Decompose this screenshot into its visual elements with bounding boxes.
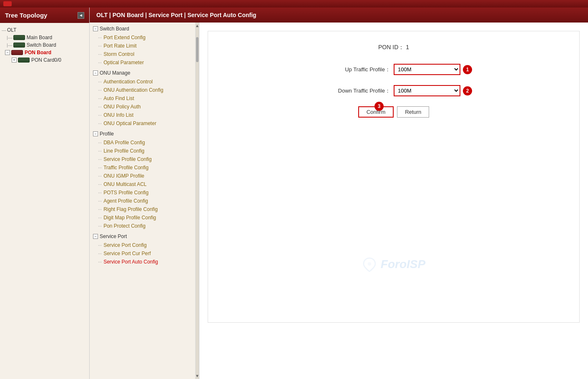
nav-label-pon-protect: Pon Protect Config (103, 223, 146, 229)
nav-label-service-port-config: Service Port Config (103, 242, 146, 248)
nav-section-switch-board-header[interactable]: − Switch Board (90, 24, 195, 33)
nav-connector: ··· (98, 259, 102, 264)
sidebar: Tree Topology ◄ — OLT |— Main Board |— S… (0, 8, 90, 379)
onu-manage-nav-label: ONU Manage (100, 70, 130, 76)
nav-item-pots-profile[interactable]: ··· POTS Profile Config (90, 188, 195, 197)
nav-item-service-port-cur-perf[interactable]: ··· Service Port Cur Perf (90, 249, 195, 258)
nav-item-onu-optical-param[interactable]: ··· ONU Optical Parameter (90, 119, 195, 128)
up-traffic-select[interactable]: 100M 200M 500M 1G Default (394, 64, 460, 75)
watermark-text: ForoISP (381, 258, 425, 271)
nav-connector: ··· (98, 207, 102, 212)
nav-item-auth-control[interactable]: ··· Authentication Control (90, 78, 195, 86)
nav-label-optical-parameter: Optical Parameter (103, 60, 144, 65)
nav-label-dba-profile: DBA Profile Config (103, 140, 145, 146)
nav-item-line-profile[interactable]: ··· Line Profile Config (90, 147, 195, 155)
nav-label-agent-profile: Agent Profile Config (103, 198, 148, 204)
form-container: PON ID： 1 Up Traffic Profile： 100M 200M … (208, 31, 580, 323)
nav-label-auto-find-list: Auto Find List (103, 95, 134, 101)
pon-card-icon (18, 58, 30, 63)
pon-id-value: 1 (406, 44, 409, 50)
nav-item-agent-profile[interactable]: ··· Agent Profile Config (90, 197, 195, 205)
nav-item-storm-control[interactable]: ··· Storm Control (90, 50, 195, 58)
scroll-up-arrow[interactable]: ▲ (195, 23, 199, 29)
olt-label: OLT (7, 27, 16, 33)
expand-pon-card[interactable]: + (12, 58, 17, 63)
tree-item-switch-board[interactable]: |— Switch Board (2, 41, 88, 49)
expand-profile[interactable]: − (93, 131, 98, 136)
nav-section-onu-manage-header[interactable]: − ONU Manage (90, 68, 195, 78)
nav-item-pon-protect[interactable]: ··· Pon Protect Config (90, 222, 195, 230)
collapse-button[interactable]: ◄ (78, 12, 84, 19)
switch-board-nav-label: Switch Board (100, 26, 129, 32)
nav-label-line-profile: Line Profile Config (103, 148, 144, 154)
nav-item-optical-parameter[interactable]: ··· Optical Parameter (90, 58, 195, 67)
nav-connector: ··· (98, 215, 102, 220)
switch-board-label: Switch Board (27, 42, 56, 48)
nav-connector: ··· (98, 52, 102, 57)
nav-item-digit-map[interactable]: ··· Digit Map Profile Config (90, 213, 195, 222)
nav-item-onu-policy-auth[interactable]: ··· ONU Policy Auth (90, 103, 195, 111)
expand-switch-board[interactable]: − (93, 26, 98, 31)
return-button[interactable]: Return (397, 106, 429, 118)
main-form: PON ID： 1 Up Traffic Profile： 100M 200M … (199, 23, 588, 379)
nav-label-onu-policy-auth: ONU Policy Auth (103, 104, 141, 110)
pon-board-label: PON Board (25, 50, 51, 55)
sidebar-header: Tree Topology ◄ (0, 8, 89, 23)
top-bar (0, 0, 588, 8)
nav-label-port-rate-limit: Port Rate Limit (103, 43, 136, 49)
nav-item-service-port-auto-config[interactable]: ··· Service Port Auto Config (90, 258, 195, 266)
service-port-nav-label: Service Port (100, 233, 127, 239)
nav-label-service-port-auto-config: Service Port Auto Config (103, 259, 158, 265)
watermark-icon (362, 257, 377, 272)
tree-item-pon-board[interactable]: − PON Board (2, 49, 88, 56)
nav-item-onu-info-list[interactable]: ··· ONU Info List (90, 111, 195, 119)
nav-item-port-extend-config[interactable]: ··· Port Extend Config (90, 33, 195, 42)
profile-nav-label: Profile (100, 131, 114, 137)
nav-item-service-profile[interactable]: ··· Service Profile Config (90, 155, 195, 163)
nav-connector: ··· (98, 223, 102, 228)
expand-pon-board[interactable]: − (5, 50, 10, 55)
nav-label-onu-auth-config: ONU Authentication Config (103, 87, 163, 93)
scroll-down-arrow[interactable]: ▼ (195, 373, 199, 379)
nav-label-onu-optical-param: ONU Optical Parameter (103, 120, 156, 126)
nav-item-port-rate-limit[interactable]: ··· Port Rate Limit (90, 42, 195, 50)
top-bar-logo (3, 1, 12, 6)
nav-item-service-port-config[interactable]: ··· Service Port Config (90, 241, 195, 249)
nav-connector: ··· (98, 113, 102, 118)
nav-connector: ··· (98, 251, 102, 256)
nav-scrollbar[interactable]: ▲ ▼ (196, 23, 199, 379)
main-board-label: Main Board (27, 35, 52, 40)
tree-item-main-board[interactable]: |— Main Board (2, 34, 88, 41)
nav-item-onu-igmp[interactable]: ··· ONU IGMP Profile (90, 172, 195, 180)
nav-connector: ··· (98, 79, 102, 84)
down-traffic-select[interactable]: 100M 200M 500M 1G Default (394, 85, 460, 96)
nav-item-onu-auth-config[interactable]: ··· ONU Authentication Config (90, 86, 195, 94)
up-traffic-label: Up Traffic Profile： (315, 66, 390, 73)
pon-board-icon (11, 50, 23, 55)
step-badge-3: 3 (374, 102, 384, 111)
nav-connector: ··· (98, 182, 102, 187)
up-traffic-row: Up Traffic Profile： 100M 200M 500M 1G De… (225, 64, 563, 75)
nav-section-service-port-header[interactable]: − Service Port (90, 232, 195, 241)
nav-label-auth-control: Authentication Control (103, 79, 153, 85)
right-content: OLT | PON Board | Service Port | Service… (90, 8, 588, 379)
step-badge-1: 1 (463, 65, 472, 74)
tree-item-pon-card[interactable]: + PON Card0/0 (2, 56, 88, 64)
expand-onu-manage[interactable]: − (93, 70, 98, 75)
tree-item-olt[interactable]: — OLT (2, 26, 88, 34)
nav-section-profile: − Profile ··· DBA Profile Config ··· Lin… (90, 129, 195, 230)
nav-panel-wrapper: − Switch Board ··· Port Extend Config ··… (90, 23, 199, 379)
nav-item-onu-multicast[interactable]: ··· ONU Multicast ACL (90, 180, 195, 188)
nav-item-traffic-profile[interactable]: ··· Traffic Profile Config (90, 163, 195, 172)
nav-item-dba-profile[interactable]: ··· DBA Profile Config (90, 138, 195, 147)
nav-section-profile-header[interactable]: − Profile (90, 129, 195, 138)
expand-service-port[interactable]: − (93, 234, 98, 239)
nav-item-right-flag[interactable]: ··· Right Flag Profile Config (90, 205, 195, 213)
pon-id-row: PON ID： 1 (225, 44, 563, 51)
tree-connector: |— (7, 43, 13, 48)
nav-item-auto-find-list[interactable]: ··· Auto Find List (90, 94, 195, 103)
nav-connector: ··· (98, 96, 102, 101)
nav-section-service-port: − Service Port ··· Service Port Config ·… (90, 232, 195, 266)
scroll-thumb[interactable] (196, 37, 199, 62)
sidebar-tree: — OLT |— Main Board |— Switch Board − PO… (0, 23, 89, 379)
